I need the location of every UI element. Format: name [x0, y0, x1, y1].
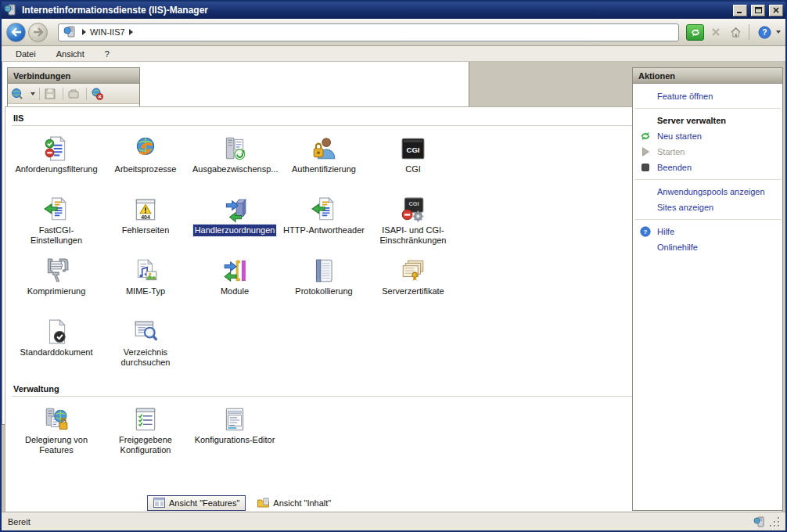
- logging-icon: [311, 257, 337, 284]
- feature-label[interactable]: MIME-Typ: [124, 286, 167, 297]
- feature-label[interactable]: Freigegebene Konfiguration: [102, 434, 189, 456]
- feature-label[interactable]: FastCGI-Einstellungen: [13, 225, 100, 246]
- output-caching-icon: [221, 135, 248, 162]
- feature-tile-handler-mappings[interactable]: Handlerzuordnungen: [190, 192, 279, 251]
- iis-manager-window: Internetinformationsdienste (IIS)-Manage…: [0, 0, 787, 532]
- error-pages-icon: 404: [132, 196, 159, 223]
- action-label[interactable]: Beenden: [657, 163, 692, 172]
- delete-connection-icon[interactable]: [91, 88, 103, 100]
- start-icon: [640, 146, 651, 157]
- feature-label[interactable]: Ausgabezwischensp...: [191, 164, 279, 175]
- save-connections-icon: [44, 88, 56, 100]
- server-icon: [63, 26, 76, 38]
- feature-label[interactable]: Anforderungsfilterung: [13, 164, 99, 175]
- action-label[interactable]: Feature öffnen: [657, 92, 713, 101]
- tab-content-view[interactable]: Ansicht "Inhalt": [252, 495, 336, 511]
- action-show-app-pools[interactable]: Anwendungspools anzeigen: [633, 184, 782, 200]
- feature-tile-configuration-editor[interactable]: Konfigurations-Editor: [190, 401, 279, 461]
- feature-tile-error-pages[interactable]: 404 Fehlerseiten: [101, 192, 190, 251]
- request-filtering-icon: [43, 135, 70, 162]
- feature-label[interactable]: Arbeitsprozesse: [113, 164, 178, 175]
- help-dropdown-arrow-icon[interactable]: [776, 31, 781, 34]
- feature-tile-authentication[interactable]: Authentifizierung: [279, 131, 368, 190]
- feature-label[interactable]: Komprimierung: [26, 286, 88, 297]
- menu-help[interactable]: ?: [105, 49, 110, 59]
- cgi-icon: CGI: [400, 135, 426, 162]
- action-show-sites[interactable]: Sites anzeigen: [633, 200, 782, 215]
- feature-label[interactable]: Standarddokument: [19, 347, 95, 358]
- feature-label[interactable]: Verzeichnis durchsuchen: [102, 347, 189, 368]
- breadcrumb-chevron-icon[interactable]: [129, 29, 133, 35]
- feature-tile-logging[interactable]: Protokollierung: [279, 253, 368, 312]
- mime-type-icon: [132, 257, 159, 284]
- tab-label[interactable]: Ansicht "Inhalt": [273, 498, 331, 508]
- maximize-button[interactable]: [751, 5, 765, 16]
- address-bar[interactable]: WIN-IIS7: [58, 23, 679, 41]
- actions-separator: [634, 108, 781, 109]
- feature-tile-worker-processes[interactable]: Arbeitsprozesse: [101, 131, 190, 190]
- feature-tile-compression[interactable]: Komprimierung: [12, 253, 101, 312]
- feature-label[interactable]: Authentifizierung: [290, 164, 358, 175]
- menu-view[interactable]: Ansicht: [56, 49, 84, 59]
- minimize-button[interactable]: [733, 5, 747, 16]
- action-online-help[interactable]: Onlinehilfe: [633, 239, 782, 255]
- up-level-icon: [67, 88, 80, 100]
- feature-label[interactable]: ISAPI- und CGI-Einschränkungen: [369, 225, 457, 246]
- refresh-button[interactable]: [686, 24, 704, 41]
- menu-file[interactable]: Datei: [16, 49, 36, 59]
- action-restart[interactable]: Neu starten: [633, 128, 782, 144]
- breadcrumb-server[interactable]: WIN-IIS7: [90, 27, 125, 37]
- feature-tile-request-filtering[interactable]: Anforderungsfilterung: [12, 131, 101, 190]
- connections-toolbar: [8, 84, 139, 104]
- navigation-toolbar: WIN-IIS7 ?: [2, 19, 785, 46]
- feature-label[interactable]: Serverzertifikate: [380, 286, 445, 297]
- action-help[interactable]: ? Hilfe: [633, 224, 782, 239]
- help-button[interactable]: ?: [756, 24, 774, 41]
- breadcrumb-chevron-icon[interactable]: [82, 29, 86, 35]
- feature-tile-modules[interactable]: Module: [190, 253, 279, 312]
- feature-label[interactable]: Konfigurations-Editor: [193, 434, 277, 446]
- feature-tile-http-response-headers[interactable]: HTTP-Antwortheader: [279, 192, 368, 251]
- tab-label[interactable]: Ansicht "Features": [169, 498, 239, 508]
- resize-grip[interactable]: [770, 517, 779, 527]
- actions-header: Aktionen: [633, 68, 782, 84]
- svg-text:?: ?: [762, 28, 767, 37]
- directory-browsing-icon: [132, 318, 159, 345]
- shared-configuration-icon: [132, 406, 159, 433]
- feature-label[interactable]: Protokollierung: [293, 286, 354, 297]
- tab-features-view[interactable]: Ansicht "Features": [147, 495, 246, 511]
- action-label[interactable]: Anwendungspools anzeigen: [657, 187, 765, 196]
- feature-label[interactable]: Fehlerseiten: [120, 225, 171, 236]
- feature-tile-default-document[interactable]: Standarddokument: [12, 314, 101, 373]
- isapi-cgi-restrictions-icon: CGI: [400, 196, 426, 223]
- feature-tile-shared-configuration[interactable]: Freigegebene Konfiguration: [101, 401, 190, 461]
- home-button[interactable]: [727, 24, 745, 41]
- action-label[interactable]: Sites anzeigen: [657, 203, 713, 212]
- feature-tile-fastcgi[interactable]: FastCGI-Einstellungen: [12, 192, 101, 251]
- feature-tile-feature-delegation[interactable]: Delegierung von Features: [12, 401, 101, 461]
- action-stop[interactable]: Beenden: [633, 160, 782, 175]
- feature-tile-cgi[interactable]: CGI CGI: [368, 131, 458, 190]
- feature-tile-output-caching[interactable]: Ausgabezwischensp...: [190, 131, 279, 190]
- forward-button[interactable]: [28, 23, 48, 42]
- action-label[interactable]: Onlinehilfe: [657, 243, 698, 252]
- action-label[interactable]: Neu starten: [657, 131, 702, 141]
- feature-tile-mime-type[interactable]: MIME-Typ: [101, 253, 190, 312]
- create-connection-icon[interactable]: [11, 88, 23, 100]
- back-button[interactable]: [6, 23, 26, 42]
- http-response-headers-icon: [311, 196, 337, 223]
- close-button[interactable]: [769, 5, 783, 16]
- svg-text:?: ?: [644, 228, 648, 235]
- feature-label[interactable]: HTTP-Antwortheader: [282, 225, 366, 236]
- default-document-icon: [43, 318, 70, 345]
- feature-tile-server-certificates[interactable]: Serverzertifikate: [368, 253, 458, 312]
- feature-label[interactable]: Delegierung von Features: [13, 434, 100, 456]
- action-open-feature[interactable]: Feature öffnen: [633, 88, 782, 104]
- action-label[interactable]: Hilfe: [657, 227, 674, 236]
- feature-tile-directory-browsing[interactable]: Verzeichnis durchsuchen: [101, 314, 190, 373]
- feature-label[interactable]: Module: [219, 286, 250, 297]
- feature-label-selected[interactable]: Handlerzuordnungen: [193, 225, 277, 236]
- connection-dropdown-arrow-icon[interactable]: [31, 92, 35, 95]
- feature-tile-isapi-cgi-restrictions[interactable]: CGI ISAPI- und CGI-Einschränkungen: [368, 192, 458, 251]
- feature-label[interactable]: CGI: [404, 164, 422, 175]
